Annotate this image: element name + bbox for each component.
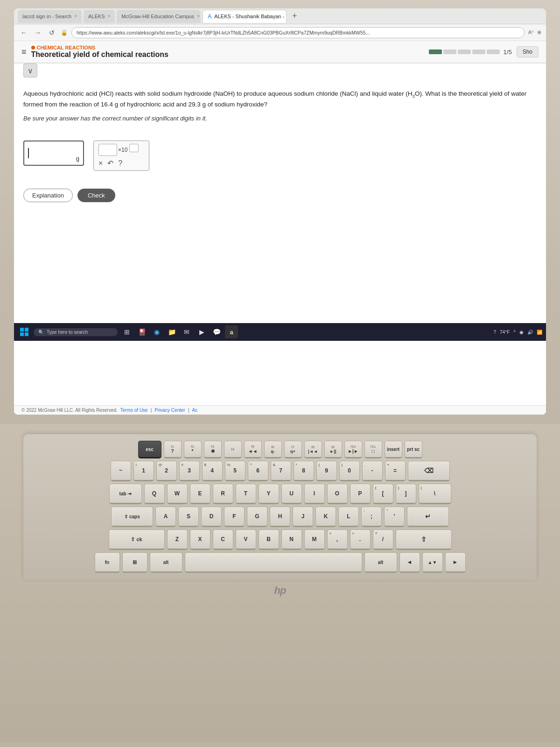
ac-link[interactable]: Ac [192,408,197,413]
key-backslash[interactable]: |\ [419,484,451,504]
key-2[interactable]: @2 [156,461,177,481]
tab-aleks-active[interactable]: A ALEKS - Shushanik Babayan - Le... × [203,10,287,23]
widgets-icon[interactable]: 🎴 [135,325,148,338]
explorer-icon[interactable]: 📁 [165,325,178,338]
key-win[interactable]: ⊞ [122,552,147,573]
key-f5[interactable]: f5◄◄ [244,441,262,458]
key-8[interactable]: *8 [294,461,314,481]
tab-search[interactable]: laccd sign in - Search × [18,10,82,23]
key-slash[interactable]: ?/ [373,529,393,550]
key-f11[interactable]: f11□ [364,441,382,458]
menu-icon[interactable]: ≡ [21,47,27,57]
windows-logo[interactable] [18,325,31,338]
undo-icon[interactable]: ↶ [107,159,113,168]
new-tab-button[interactable]: + [288,10,301,22]
key-q[interactable]: Q [144,484,165,504]
key-f3[interactable]: f3✱ [204,441,222,458]
key-prtsc[interactable]: prt sc [405,441,422,458]
mail-icon[interactable]: ✉ [180,325,193,338]
key-f[interactable]: F [224,507,245,527]
key-t[interactable]: T [236,484,256,504]
taskbar-chevron-up[interactable]: ^ [513,330,516,335]
help-icon[interactable]: ? [118,159,122,168]
key-x[interactable]: X [190,529,210,550]
tab-search-close[interactable]: × [74,14,77,19]
tab-mcgraw-close[interactable]: × [197,14,200,19]
key-1[interactable]: !1 [133,461,154,481]
key-e[interactable]: E [190,484,210,504]
key-f4[interactable]: f4 [224,441,242,458]
key-h[interactable]: H [270,507,290,527]
key-equals[interactable]: += [385,461,406,481]
check-button[interactable]: Check [77,189,115,202]
key-l[interactable]: L [338,507,359,527]
key-enter[interactable]: ↵ [407,507,449,527]
key-period[interactable]: >. [350,529,371,550]
key-f2[interactable]: f2* [184,441,202,458]
sci-base-input[interactable] [98,144,117,156]
key-quote[interactable]: "' [384,507,405,527]
key-6[interactable]: ^6 [248,461,268,481]
letter-a-icon[interactable]: a [225,325,238,338]
key-g[interactable]: G [247,507,267,527]
edge-icon[interactable]: ◉ [150,325,163,338]
explanation-button[interactable]: Explanation [23,189,73,202]
back-button[interactable]: ← [19,28,29,38]
show-button[interactable]: Sho [517,46,539,57]
key-d[interactable]: D [201,507,222,527]
key-space[interactable] [185,552,362,573]
key-b[interactable]: B [259,529,279,550]
key-f1[interactable]: f1? [164,441,182,458]
chat-icon[interactable]: 💬 [210,325,223,338]
key-3[interactable]: #3 [179,461,200,481]
key-f6[interactable]: f6q- [264,441,282,458]
refresh-button[interactable]: ↺ [47,28,57,38]
key-lbracket[interactable]: {[ [373,484,393,504]
key-tab[interactable]: tab ⇥ [109,484,142,504]
key-u[interactable]: U [281,484,302,504]
key-f10[interactable]: f10►|► [344,441,362,458]
key-updown[interactable]: ▲▼ [422,552,443,573]
key-comma[interactable]: <, [327,529,348,550]
key-backtick[interactable]: `~ [111,461,131,481]
media-icon[interactable]: ▶ [195,325,208,338]
key-esc[interactable]: esc [138,441,161,458]
answer-input-box[interactable]: g [23,141,84,166]
key-left[interactable]: ◄ [399,552,420,573]
forward-button[interactable]: → [33,28,43,38]
expand-button[interactable]: ∨ [23,63,37,78]
key-i[interactable]: I [304,484,325,504]
key-a[interactable]: A [155,507,176,527]
key-ralt[interactable]: alt [364,552,397,573]
key-n[interactable]: N [281,529,302,550]
key-lalt[interactable]: alt [150,552,182,573]
tab-aleks-close[interactable]: × [107,14,110,19]
key-w[interactable]: W [167,484,188,504]
search-bar[interactable]: 🔍 Type here to search [34,328,118,336]
key-right[interactable]: ► [445,552,466,573]
privacy-link[interactable]: Privacy Center [154,408,185,413]
key-rshift[interactable]: ⇧ [396,529,452,550]
key-semicolon[interactable]: :; [361,507,382,527]
key-f8[interactable]: f8|◄◄ [304,441,322,458]
key-r[interactable]: R [213,484,233,504]
tab-mcgraw[interactable]: McGraw-Hill Education Campus × [117,10,201,23]
key-7[interactable]: &7 [271,461,291,481]
key-f9[interactable]: f9►|| [324,441,342,458]
key-p[interactable]: P [350,484,371,504]
key-z[interactable]: Z [167,529,188,550]
key-fn[interactable]: fn [95,552,120,573]
taskbar-wifi-icon[interactable]: 📶 [537,330,542,335]
key-rbracket[interactable]: }] [396,484,416,504]
taskbar-help-icon[interactable]: ? [494,330,497,335]
key-f7[interactable]: f7q+ [284,441,302,458]
key-j[interactable]: J [293,507,313,527]
sci-exp-input[interactable] [129,144,139,152]
key-insert[interactable]: insert [385,441,402,458]
key-o[interactable]: O [327,484,348,504]
key-0[interactable]: )0 [339,461,360,481]
task-view-icon[interactable]: ⊞ [120,325,133,338]
key-backspace[interactable]: ⌫ [408,461,450,481]
key-lshift[interactable]: ⇧ ck [109,529,165,550]
key-s[interactable]: S [178,507,199,527]
